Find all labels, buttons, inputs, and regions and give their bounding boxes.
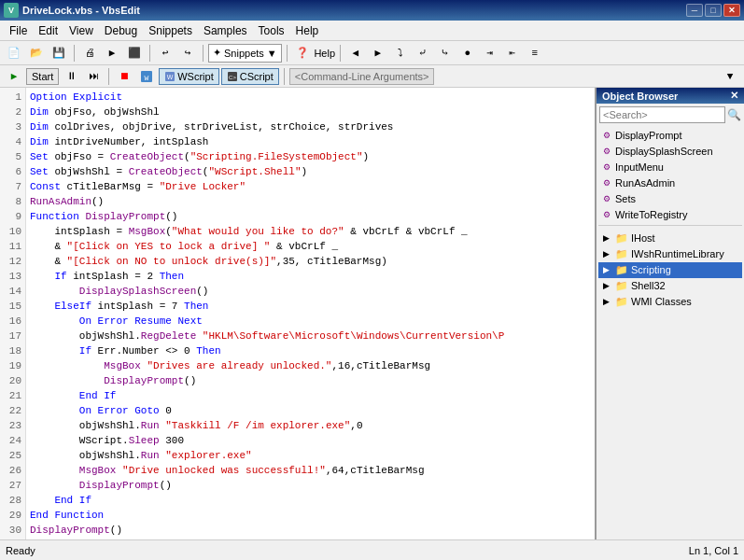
- menu-debug[interactable]: Debug: [99, 22, 143, 39]
- save-button[interactable]: 💾: [49, 43, 69, 63]
- ob-item-inputmenu[interactable]: ⚙ InputMenu: [598, 160, 742, 175]
- main-area: 12345 678910 1112131415 1617181920 21222…: [0, 88, 744, 539]
- ob-item-writetoregistry[interactable]: ⚙ WriteToRegistry: [598, 207, 742, 223]
- wscript-button[interactable]: W WScript: [159, 68, 219, 85]
- func-icon-2: ⚙: [600, 146, 612, 158]
- ob-label-shell32: Shell32: [631, 279, 666, 293]
- menu-file[interactable]: File: [4, 22, 33, 39]
- minimize-button[interactable]: ─: [686, 4, 703, 17]
- cscript-label: CScript: [240, 71, 274, 82]
- app-icon: V: [4, 3, 19, 18]
- print-button[interactable]: 🖨: [79, 43, 100, 63]
- separator-4: [287, 45, 288, 62]
- svg-text:W: W: [145, 74, 149, 82]
- run-button[interactable]: ▶: [102, 43, 122, 63]
- ob-tree: ⚙ DisplayPrompt ⚙ DisplaySplashScreen ⚙ …: [597, 126, 744, 539]
- separator-5: [340, 45, 341, 62]
- step-out[interactable]: ⤷: [435, 43, 456, 63]
- fwd-btn[interactable]: ▶: [368, 43, 388, 63]
- ob-item-shell32[interactable]: ▶ 📁 Shell32: [598, 278, 742, 294]
- status-position: Ln 1, Col 1: [689, 545, 738, 556]
- menu-samples[interactable]: Samples: [198, 22, 253, 39]
- func-icon-5: ⚙: [600, 193, 612, 205]
- menu-tools[interactable]: Tools: [253, 22, 290, 39]
- step-into[interactable]: ⤶: [413, 43, 433, 63]
- ob-title: Object Browser ✕: [597, 88, 744, 104]
- toolbar: 📄 📂 💾 🖨 ▶ ⬛ ↩ ↪ ✦Snippets▼ ❓ Help ◀ ▶ ⤵ …: [0, 41, 744, 65]
- ob-label-runasadmin: RunAsAdmin: [615, 176, 675, 190]
- folder-icon-4: 📁: [615, 279, 628, 293]
- title-bar: V DriveLock.vbs - VbsEdit ─ □ ✕: [0, 0, 744, 21]
- undo-button[interactable]: ↩: [155, 43, 175, 63]
- redo-button[interactable]: ↪: [177, 43, 198, 63]
- status-bar: Ready Ln 1, Col 1: [0, 539, 744, 560]
- menu-bar: File Edit View Debug Snippets Samples To…: [0, 21, 744, 41]
- ob-label-wmiclasses: WMI Classes: [631, 295, 692, 309]
- close-button[interactable]: ✕: [723, 4, 740, 17]
- stop-button[interactable]: ⬛: [124, 43, 145, 63]
- back-btn[interactable]: ◀: [345, 43, 366, 63]
- step-btn[interactable]: ⏭: [83, 66, 104, 87]
- cmdargs-label: <Command-Line Arguments>: [289, 68, 435, 85]
- menu-edit[interactable]: Edit: [33, 22, 63, 39]
- ob-item-sets[interactable]: ⚙ Sets: [598, 191, 742, 207]
- func-icon-6: ⚙: [600, 209, 612, 221]
- start-button[interactable]: Start: [26, 68, 59, 85]
- help-button[interactable]: ❓: [292, 43, 313, 63]
- ob-item-iwshruntimelibrary[interactable]: ▶ 📁 IWshRuntimeLibrary: [598, 246, 742, 262]
- ob-item-wmiclasses[interactable]: ▶ 📁 WMI Classes: [598, 294, 742, 310]
- ob-search-input[interactable]: [599, 106, 725, 123]
- outdent-btn[interactable]: ⇤: [502, 43, 523, 63]
- code-editor[interactable]: Option Explicit Dim objFso, objWshShl Di…: [26, 88, 595, 539]
- ob-search-icon[interactable]: 🔍: [727, 108, 741, 122]
- maximize-button[interactable]: □: [705, 4, 722, 17]
- ob-close-icon[interactable]: ✕: [730, 90, 738, 102]
- ob-item-ihost[interactable]: ▶ 📁 IHost: [598, 231, 742, 246]
- separator-2: [149, 45, 150, 62]
- stop-btn[interactable]: ⏹: [114, 66, 134, 87]
- ob-item-displayprompt[interactable]: ⚙ DisplayPrompt: [598, 128, 742, 144]
- cscript-button[interactable]: C> CScript: [221, 68, 279, 85]
- step-over[interactable]: ⤵: [390, 43, 411, 63]
- folder-icon-3: 📁: [615, 263, 628, 277]
- dropdown-end[interactable]: ▼: [720, 66, 740, 87]
- breakpoint[interactable]: ●: [457, 43, 478, 63]
- start-label: Start: [32, 71, 53, 82]
- ob-item-runasadmin[interactable]: ⚙ RunAsAdmin: [598, 175, 742, 191]
- ob-item-scripting[interactable]: ▶ 📁 Scripting: [598, 262, 742, 278]
- folder-icon-1: 📁: [615, 231, 628, 245]
- open-button[interactable]: 📂: [26, 43, 47, 63]
- sep-s1: [108, 68, 109, 85]
- wscript-icon-btn[interactable]: W: [136, 66, 157, 87]
- play-btn[interactable]: ▶: [4, 66, 24, 87]
- code-container: 12345 678910 1112131415 1617181920 21222…: [0, 88, 595, 539]
- indent-btn[interactable]: ⇥: [480, 43, 500, 63]
- ob-label-iwshruntimelibrary: IWshRuntimeLibrary: [631, 247, 724, 261]
- menu-help[interactable]: Help: [290, 22, 325, 39]
- ob-item-displaysplashscreen[interactable]: ⚙ DisplaySplashScreen: [598, 144, 742, 160]
- ob-label-displayprompt: DisplayPrompt: [615, 129, 682, 143]
- pause-btn[interactable]: ⏸: [61, 66, 81, 87]
- align-btn[interactable]: ≡: [525, 43, 545, 63]
- script-toolbar: ▶ Start ⏸ ⏭ ⏹ W W WScript C> CScript <Co…: [0, 65, 744, 88]
- menu-view[interactable]: View: [63, 22, 99, 39]
- svg-text:W: W: [167, 74, 174, 80]
- snippets-dropdown[interactable]: ✦Snippets▼: [208, 44, 282, 63]
- ob-label-writetoregistry: WriteToRegistry: [615, 208, 687, 222]
- expand-icon-4: ▶: [600, 280, 612, 292]
- folder-icon-5: 📁: [615, 295, 628, 309]
- help-text-btn[interactable]: Help: [315, 43, 335, 63]
- expand-icon-1: ▶: [600, 232, 612, 245]
- folder-icon-2: 📁: [615, 247, 628, 261]
- menu-snippets[interactable]: Snippets: [143, 22, 198, 39]
- new-button[interactable]: 📄: [4, 43, 24, 63]
- expand-icon-5: ▶: [600, 296, 612, 308]
- editor-area: 12345 678910 1112131415 1617181920 21222…: [0, 88, 595, 539]
- expand-icon-3: ▶: [600, 264, 612, 276]
- svg-text:C>: C>: [229, 75, 236, 80]
- expand-icon-2: ▶: [600, 248, 612, 260]
- func-icon-1: ⚙: [600, 130, 612, 142]
- line-numbers: 12345 678910 1112131415 1617181920 21222…: [0, 88, 26, 539]
- ob-search[interactable]: 🔍: [599, 106, 741, 123]
- status-ready: Ready: [6, 545, 35, 556]
